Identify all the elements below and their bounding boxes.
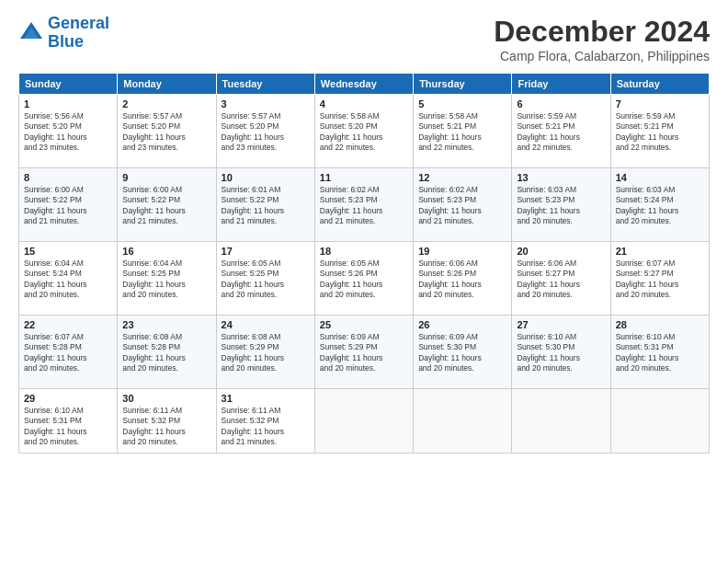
table-row: 2Sunrise: 5:57 AM Sunset: 5:20 PM Daylig… — [118, 95, 216, 168]
table-row: 16Sunrise: 6:04 AM Sunset: 5:25 PM Dayli… — [118, 242, 216, 316]
day-info: Sunrise: 6:10 AM Sunset: 5:31 PM Dayligh… — [616, 332, 704, 374]
day-number: 25 — [320, 319, 408, 330]
day-info: Sunrise: 5:56 AM Sunset: 5:20 PM Dayligh… — [24, 111, 112, 154]
day-info: Sunrise: 6:03 AM Sunset: 5:24 PM Dayligh… — [616, 185, 704, 227]
table-row — [314, 389, 413, 454]
day-number: 29 — [24, 393, 112, 404]
table-row: 25Sunrise: 6:09 AM Sunset: 5:29 PM Dayli… — [314, 316, 413, 389]
day-info: Sunrise: 6:09 AM Sunset: 5:30 PM Dayligh… — [418, 332, 506, 374]
col-friday: Friday — [512, 74, 610, 95]
day-info: Sunrise: 6:02 AM Sunset: 5:23 PM Dayligh… — [418, 185, 506, 227]
day-info: Sunrise: 5:58 AM Sunset: 5:20 PM Dayligh… — [320, 111, 408, 154]
day-info: Sunrise: 6:06 AM Sunset: 5:27 PM Dayligh… — [517, 259, 605, 301]
table-row: 29Sunrise: 6:10 AM Sunset: 5:31 PM Dayli… — [19, 389, 118, 454]
day-info: Sunrise: 5:59 AM Sunset: 5:21 PM Dayligh… — [616, 111, 704, 154]
table-row: 1Sunrise: 5:56 AM Sunset: 5:20 PM Daylig… — [19, 95, 118, 168]
day-number: 11 — [320, 172, 408, 183]
day-info: Sunrise: 6:02 AM Sunset: 5:23 PM Dayligh… — [320, 185, 408, 227]
day-number: 31 — [222, 393, 310, 404]
day-number: 9 — [122, 172, 210, 183]
day-number: 23 — [122, 319, 210, 330]
table-row: 10Sunrise: 6:01 AM Sunset: 5:22 PM Dayli… — [216, 168, 314, 242]
day-number: 21 — [616, 246, 704, 257]
day-info: Sunrise: 6:11 AM Sunset: 5:32 PM Dayligh… — [122, 406, 210, 448]
table-row: 6Sunrise: 5:59 AM Sunset: 5:21 PM Daylig… — [512, 95, 610, 168]
day-number: 10 — [222, 172, 310, 183]
day-info: Sunrise: 5:59 AM Sunset: 5:21 PM Dayligh… — [517, 111, 605, 154]
table-row: 15Sunrise: 6:04 AM Sunset: 5:24 PM Dayli… — [19, 242, 118, 316]
logo-text: General Blue — [48, 15, 109, 52]
day-info: Sunrise: 6:07 AM Sunset: 5:28 PM Dayligh… — [24, 332, 112, 374]
table-row: 26Sunrise: 6:09 AM Sunset: 5:30 PM Dayli… — [414, 316, 512, 389]
day-info: Sunrise: 6:10 AM Sunset: 5:31 PM Dayligh… — [24, 406, 112, 448]
logo-icon — [18, 20, 44, 46]
day-info: Sunrise: 6:06 AM Sunset: 5:26 PM Dayligh… — [418, 259, 506, 301]
table-row: 14Sunrise: 6:03 AM Sunset: 5:24 PM Dayli… — [610, 168, 709, 242]
day-number: 28 — [616, 319, 704, 330]
calendar-table: Sunday Monday Tuesday Wednesday Thursday… — [18, 73, 710, 454]
table-row: 18Sunrise: 6:05 AM Sunset: 5:26 PM Dayli… — [314, 242, 413, 316]
table-row: 4Sunrise: 5:58 AM Sunset: 5:20 PM Daylig… — [314, 95, 413, 168]
day-info: Sunrise: 6:10 AM Sunset: 5:30 PM Dayligh… — [517, 332, 605, 374]
day-number: 8 — [24, 172, 112, 183]
day-number: 13 — [517, 172, 605, 183]
day-info: Sunrise: 5:58 AM Sunset: 5:21 PM Dayligh… — [418, 111, 506, 154]
day-number: 7 — [616, 98, 704, 109]
col-monday: Monday — [118, 74, 216, 95]
table-row: 23Sunrise: 6:08 AM Sunset: 5:28 PM Dayli… — [118, 316, 216, 389]
day-info: Sunrise: 6:11 AM Sunset: 5:32 PM Dayligh… — [222, 406, 310, 448]
table-row: 9Sunrise: 6:00 AM Sunset: 5:22 PM Daylig… — [118, 168, 216, 242]
table-row: 27Sunrise: 6:10 AM Sunset: 5:30 PM Dayli… — [512, 316, 610, 389]
day-number: 12 — [418, 172, 506, 183]
subtitle: Camp Flora, Calabarzon, Philippines — [494, 49, 710, 63]
table-row: 11Sunrise: 6:02 AM Sunset: 5:23 PM Dayli… — [314, 168, 413, 242]
logo-blue: Blue — [48, 32, 84, 51]
col-tuesday: Tuesday — [216, 74, 314, 95]
table-row: 31Sunrise: 6:11 AM Sunset: 5:32 PM Dayli… — [216, 389, 314, 454]
day-number: 30 — [122, 393, 210, 404]
calendar-header-row: Sunday Monday Tuesday Wednesday Thursday… — [19, 74, 710, 95]
col-saturday: Saturday — [610, 74, 709, 95]
table-row — [512, 389, 610, 454]
title-block: December 2024 Camp Flora, Calabarzon, Ph… — [494, 15, 710, 63]
table-row: 22Sunrise: 6:07 AM Sunset: 5:28 PM Dayli… — [19, 316, 118, 389]
day-info: Sunrise: 6:00 AM Sunset: 5:22 PM Dayligh… — [24, 185, 112, 227]
day-info: Sunrise: 5:57 AM Sunset: 5:20 PM Dayligh… — [122, 111, 210, 154]
day-number: 24 — [222, 319, 310, 330]
table-row: 28Sunrise: 6:10 AM Sunset: 5:31 PM Dayli… — [610, 316, 709, 389]
day-number: 16 — [122, 246, 210, 257]
col-thursday: Thursday — [414, 74, 512, 95]
day-number: 18 — [320, 246, 408, 257]
day-info: Sunrise: 6:05 AM Sunset: 5:25 PM Dayligh… — [222, 259, 310, 301]
table-row: 8Sunrise: 6:00 AM Sunset: 5:22 PM Daylig… — [19, 168, 118, 242]
day-number: 14 — [616, 172, 704, 183]
day-number: 4 — [320, 98, 408, 109]
day-number: 22 — [24, 319, 112, 330]
table-row: 5Sunrise: 5:58 AM Sunset: 5:21 PM Daylig… — [414, 95, 512, 168]
day-number: 5 — [418, 98, 506, 109]
table-row: 3Sunrise: 5:57 AM Sunset: 5:20 PM Daylig… — [216, 95, 314, 168]
day-info: Sunrise: 6:09 AM Sunset: 5:29 PM Dayligh… — [320, 332, 408, 374]
day-number: 3 — [222, 98, 310, 109]
col-sunday: Sunday — [19, 74, 118, 95]
day-info: Sunrise: 6:08 AM Sunset: 5:29 PM Dayligh… — [222, 332, 310, 374]
day-info: Sunrise: 6:04 AM Sunset: 5:25 PM Dayligh… — [122, 259, 210, 301]
day-info: Sunrise: 6:04 AM Sunset: 5:24 PM Dayligh… — [24, 259, 112, 301]
day-info: Sunrise: 6:03 AM Sunset: 5:23 PM Dayligh… — [517, 185, 605, 227]
main-title: December 2024 — [494, 15, 710, 49]
header: General Blue December 2024 Camp Flora, C… — [18, 15, 710, 63]
table-row: 13Sunrise: 6:03 AM Sunset: 5:23 PM Dayli… — [512, 168, 610, 242]
table-row: 17Sunrise: 6:05 AM Sunset: 5:25 PM Dayli… — [216, 242, 314, 316]
table-row: 12Sunrise: 6:02 AM Sunset: 5:23 PM Dayli… — [414, 168, 512, 242]
col-wednesday: Wednesday — [314, 74, 413, 95]
day-number: 15 — [24, 246, 112, 257]
logo: General Blue — [18, 15, 109, 52]
page: General Blue December 2024 Camp Flora, C… — [0, 0, 728, 563]
day-number: 17 — [222, 246, 310, 257]
day-info: Sunrise: 6:08 AM Sunset: 5:28 PM Dayligh… — [122, 332, 210, 374]
table-row: 21Sunrise: 6:07 AM Sunset: 5:27 PM Dayli… — [610, 242, 709, 316]
day-number: 1 — [24, 98, 112, 109]
day-number: 27 — [517, 319, 605, 330]
table-row — [414, 389, 512, 454]
day-number: 20 — [517, 246, 605, 257]
